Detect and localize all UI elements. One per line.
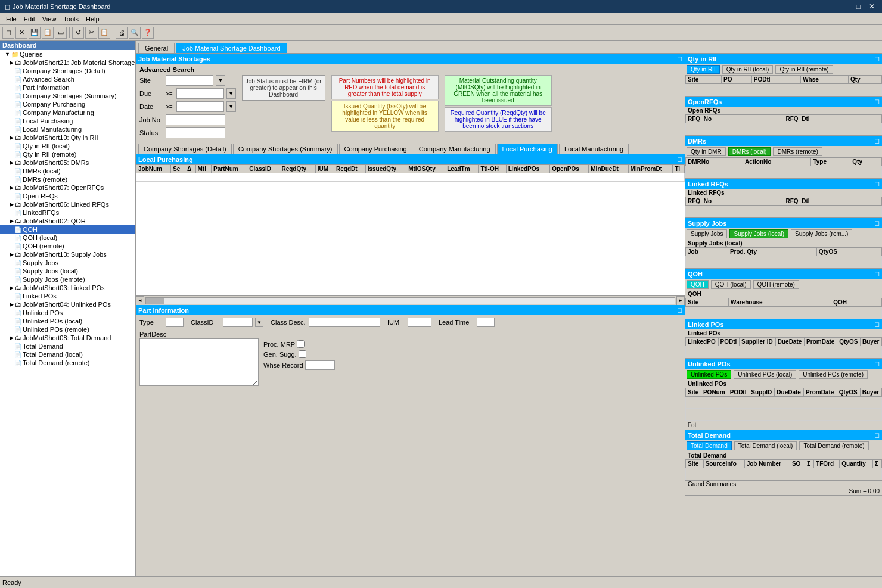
tree-qty-rii-local[interactable]: 📄 Qty in RII (local): [0, 142, 135, 150]
total-demand-expand-btn[interactable]: ◻: [874, 431, 880, 439]
open-rfqs-expand-btn[interactable]: ◻: [874, 98, 880, 105]
unlinked-pos-expand-btn[interactable]: ◻: [874, 360, 880, 368]
qoh-expand-btn[interactable]: ◻: [874, 270, 880, 278]
date-dropdown-btn[interactable]: ▼: [226, 101, 236, 112]
supply-jobs-local-tab[interactable]: Supply Jobs (local): [729, 229, 788, 238]
qty-rii-tab[interactable]: Qty in RII: [687, 65, 720, 74]
supply-jobs-all-tab[interactable]: Supply Jobs: [687, 229, 727, 238]
toolbar-paste[interactable]: 📋: [98, 27, 110, 39]
tree-company-manufacturing[interactable]: 📄 Company Manufacturing: [0, 108, 135, 117]
tree-unlinked-pos[interactable]: 📄 Unlinked POs: [0, 309, 135, 317]
toolbar-search[interactable]: 🔍: [129, 27, 141, 39]
jobno-input[interactable]: [166, 114, 225, 125]
local-purchasing-grid[interactable]: JobNum Se Δ Mtl PartNum ClassID ReqdQty …: [136, 164, 685, 295]
tree-dmrs-local[interactable]: 📄 DMRs (local): [0, 167, 135, 175]
supply-jobs-remote-tab[interactable]: Supply Jobs (rem...): [791, 229, 852, 238]
qoh-remote-tab[interactable]: QOH (remote): [753, 280, 799, 289]
subtab-company-purchasing[interactable]: Company Purchasing: [339, 144, 412, 154]
tree-jobmatshort03[interactable]: ▶ 🗂 JobMatShort03: Linked POs: [0, 284, 135, 292]
qty-rii-remote-tab[interactable]: Qty in RII (remote): [775, 65, 833, 74]
tree-unlinked-pos-remote[interactable]: 📄 Unlinked POs (remote): [0, 325, 135, 334]
toolbar-print[interactable]: 🖨: [116, 27, 128, 39]
close-button[interactable]: ✕: [867, 2, 877, 11]
scroll-track[interactable]: [145, 297, 675, 304]
subtab-company-detail[interactable]: Company Shortages (Detail): [138, 144, 232, 154]
qoh-local-tab[interactable]: QOH (local): [711, 280, 751, 289]
menu-edit[interactable]: Edit: [20, 14, 39, 24]
tree-jobmatshort13[interactable]: ▶ 🗂 JobMatShort13: Supply Jobs: [0, 250, 135, 259]
subtab-company-manufacturing[interactable]: Company Manufacturing: [414, 144, 496, 154]
tree-linked-pos[interactable]: 📄 Linked POs: [0, 292, 135, 300]
subtab-company-summary[interactable]: Company Shortages (Summary): [233, 144, 338, 154]
subtab-local-manufacturing[interactable]: Local Manufacturing: [559, 144, 629, 154]
dmrs-remote-tab[interactable]: DMRs (remote): [773, 147, 822, 156]
tab-dashboard[interactable]: Job Material Shortage Dashboard: [176, 43, 287, 53]
dmrs-expand-btn[interactable]: ◻: [874, 137, 880, 145]
total-demand-local-tab[interactable]: Total Demand (local): [734, 441, 797, 450]
site-dropdown-btn[interactable]: ▼: [216, 75, 225, 86]
classdesc-input[interactable]: [309, 318, 380, 327]
linked-pos-expand-btn[interactable]: ◻: [874, 321, 880, 328]
minimize-button[interactable]: —: [838, 2, 850, 11]
tree-jobmatshort08[interactable]: ▶ 🗂 JobMatShort08: Total Demand: [0, 334, 135, 342]
toolbar-new[interactable]: ◻: [2, 27, 14, 39]
tree-jobmatshort21[interactable]: ▶ 🗂 JobMatShort21: Job Material Shortage…: [0, 58, 135, 67]
tab-general[interactable]: General: [138, 43, 175, 53]
gen-sugg-checkbox[interactable]: [299, 350, 306, 358]
status-input[interactable]: [166, 127, 225, 138]
tree-local-purchasing[interactable]: 📄 Local Purchasing: [0, 117, 135, 125]
tree-supply-jobs[interactable]: 📄 Supply Jobs: [0, 259, 135, 267]
tree-qoh-local[interactable]: 📄 QOH (local): [0, 234, 135, 242]
date-input[interactable]: [176, 101, 224, 112]
h-scrollbar[interactable]: ◄ ►: [136, 295, 685, 305]
maximize-button[interactable]: □: [854, 2, 863, 11]
classid-input[interactable]: [223, 318, 253, 327]
unlinked-pos-remote-tab[interactable]: Unlinked POs (remote): [799, 370, 868, 379]
tree-qoh[interactable]: 📄 QOH: [0, 225, 135, 234]
unlinked-pos-all-tab[interactable]: Unlinked POs: [687, 370, 731, 379]
tree-jobmatshort07[interactable]: ▶ 🗂 JobMatShort07: OpenRFQs: [0, 183, 135, 192]
site-input[interactable]: [166, 75, 213, 86]
shortages-expand-btn[interactable]: ◻: [677, 55, 682, 63]
tree-total-demand-remote[interactable]: 📄 Total Demand (remote): [0, 359, 135, 367]
tree-qoh-remote[interactable]: 📄 QOH (remote): [0, 242, 135, 250]
total-demand-all-tab[interactable]: Total Demand: [687, 441, 732, 450]
part-info-expand-btn[interactable]: ◻: [677, 306, 682, 314]
toolbar-help[interactable]: ❓: [142, 27, 154, 39]
tree-qty-rii-remote[interactable]: 📄 Qty in RII (remote): [0, 150, 135, 158]
qoh-all-tab[interactable]: QOH: [687, 280, 709, 289]
scroll-left-btn[interactable]: ◄: [136, 296, 144, 306]
partdesc-textarea[interactable]: [139, 338, 259, 386]
tree-jobmatshort05[interactable]: ▶ 🗂 JobMatShort05: DMRs: [0, 158, 135, 167]
tree-open-rfqs[interactable]: 📄 Open RFQs: [0, 192, 135, 200]
leadtime-input[interactable]: [477, 318, 495, 327]
tree-total-demand-local[interactable]: 📄 Total Demand (local): [0, 350, 135, 359]
toolbar-close[interactable]: ✕: [15, 27, 27, 39]
toolbar-cut[interactable]: ✂: [85, 27, 97, 39]
total-demand-remote-tab[interactable]: Total Demand (remote): [799, 441, 868, 450]
tree-local-manufacturing[interactable]: 📄 Local Manufacturing: [0, 125, 135, 133]
dmrs-local-tab[interactable]: DMRs (local): [728, 147, 771, 156]
due-input[interactable]: [176, 88, 224, 99]
local-purchasing-expand-btn[interactable]: ◻: [677, 155, 682, 163]
qty-rii-expand-btn[interactable]: ◻: [874, 55, 880, 63]
tree-total-demand[interactable]: 📄 Total Demand: [0, 342, 135, 350]
menu-tools[interactable]: Tools: [60, 14, 82, 24]
qty-rii-local-tab[interactable]: Qty in RII (local): [722, 65, 774, 74]
tree-dmrs-remote[interactable]: 📄 DMRs (remote): [0, 175, 135, 183]
tree-advanced-search[interactable]: 📄 Advanced Search: [0, 75, 135, 83]
menu-file[interactable]: File: [2, 14, 20, 24]
ium-input[interactable]: [408, 318, 431, 327]
due-dropdown-btn[interactable]: ▼: [226, 88, 236, 99]
tree-jobmatshort06[interactable]: ▶ 🗂 JobMatShort06: Linked RFQs: [0, 200, 135, 209]
toolbar-save[interactable]: 💾: [29, 27, 41, 39]
menu-help[interactable]: Help: [82, 14, 103, 24]
tree-jobmatshort10[interactable]: ▶ 🗂 JobMatShort10: Qty in RII: [0, 133, 135, 142]
linked-rfqs-expand-btn[interactable]: ◻: [874, 180, 880, 188]
tree-unlinked-pos-local[interactable]: 📄 Unlinked POs (local): [0, 317, 135, 325]
classid-dropdown-btn[interactable]: ▼: [255, 318, 263, 327]
tree-company-purchasing[interactable]: 📄 Company Purchasing: [0, 100, 135, 108]
menu-view[interactable]: View: [39, 14, 60, 24]
tree-jobmatshort04[interactable]: ▶ 🗂 JobMatShort04: Unlinked POs: [0, 300, 135, 309]
whse-record-input[interactable]: [305, 360, 335, 370]
